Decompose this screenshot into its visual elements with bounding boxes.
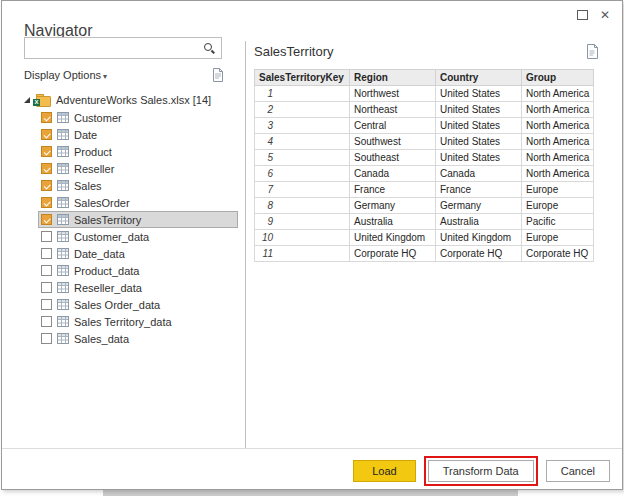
item-checkbox[interactable] xyxy=(41,163,52,174)
item-checkbox[interactable] xyxy=(41,265,52,276)
table-row: 5SoutheastUnited StatesNorth America xyxy=(255,150,594,166)
search-input[interactable] xyxy=(25,38,221,58)
item-checkbox[interactable] xyxy=(41,180,52,191)
item-checkbox[interactable] xyxy=(41,248,52,259)
item-checkbox[interactable] xyxy=(41,282,52,293)
load-button[interactable]: Load xyxy=(353,460,415,482)
search-box xyxy=(24,37,222,59)
tree-item[interactable]: Reseller_data xyxy=(38,279,238,296)
table-icon xyxy=(57,163,69,174)
item-checkbox[interactable] xyxy=(41,112,52,123)
tree-item[interactable]: Reseller xyxy=(38,160,238,177)
options-row: Display Options▾ xyxy=(24,68,224,82)
display-options-label: Display Options xyxy=(24,69,101,81)
refresh-icon[interactable] xyxy=(212,68,224,82)
item-checkbox[interactable] xyxy=(41,316,52,327)
tree-item-label: Product xyxy=(74,146,112,158)
tree-item[interactable]: Sales_data xyxy=(38,330,238,347)
tree-item[interactable]: Customer xyxy=(38,109,238,126)
preview-panel: SalesTerritory SalesTerritoryKeyRegionCo… xyxy=(254,41,599,262)
display-options-dropdown[interactable]: Display Options▾ xyxy=(24,69,107,81)
peek-document-icon[interactable] xyxy=(586,44,599,59)
tree-root-item[interactable]: X AdventureWorks Sales.xlsx [14] xyxy=(2,91,244,109)
table-row: 4SouthwestUnited StatesNorth America xyxy=(255,134,594,150)
search-icon[interactable] xyxy=(203,42,216,55)
table-row: 9AustraliaAustraliaPacific xyxy=(255,214,594,230)
table-row: 7FranceFranceEurope xyxy=(255,182,594,198)
table-header-row: SalesTerritoryKeyRegionCountryGroup xyxy=(255,70,594,86)
table-cell: United States xyxy=(436,118,522,134)
close-icon[interactable]: ✕ xyxy=(600,9,610,21)
tree-item[interactable]: SalesTerritory xyxy=(38,211,238,228)
item-checkbox[interactable] xyxy=(41,299,52,310)
table-icon xyxy=(57,197,69,208)
table-cell: North America xyxy=(522,134,594,150)
item-checkbox[interactable] xyxy=(41,129,52,140)
tree-item[interactable]: Date xyxy=(38,126,238,143)
worksheet-icon xyxy=(57,282,69,293)
preview-table: SalesTerritoryKeyRegionCountryGroup1Nort… xyxy=(254,69,594,262)
table-cell: North America xyxy=(522,118,594,134)
footer-buttons: Load Transform Data Cancel xyxy=(353,456,610,486)
item-checkbox[interactable] xyxy=(41,231,52,242)
table-cell: 5 xyxy=(255,150,350,166)
table-cell: Germany xyxy=(436,198,522,214)
table-cell: Southwest xyxy=(350,134,436,150)
table-row: 10United KingdomUnited KingdomEurope xyxy=(255,230,594,246)
navigator-left-panel: Display Options▾ X AdventureWorks Sales.… xyxy=(2,37,244,449)
annotation-red-box: Transform Data xyxy=(424,456,538,486)
maximize-icon[interactable] xyxy=(577,10,588,20)
navigation-tree: X AdventureWorks Sales.xlsx [14] Custome… xyxy=(2,91,244,347)
item-checkbox[interactable] xyxy=(41,146,52,157)
tree-item[interactable]: Sales Order_data xyxy=(38,296,238,313)
column-header: Region xyxy=(350,70,436,86)
table-cell: 1 xyxy=(255,86,350,102)
workbook-label: AdventureWorks Sales.xlsx [14] xyxy=(56,94,211,106)
tree-item-label: Reseller xyxy=(74,163,114,175)
tree-item-label: Reseller_data xyxy=(74,282,142,294)
tree-item[interactable]: Date_data xyxy=(38,245,238,262)
table-cell: France xyxy=(436,182,522,198)
worksheet-icon xyxy=(57,316,69,327)
item-checkbox[interactable] xyxy=(41,214,52,225)
table-cell: Australia xyxy=(436,214,522,230)
item-checkbox[interactable] xyxy=(41,333,52,344)
cancel-button[interactable]: Cancel xyxy=(546,460,610,482)
table-cell: Corporate HQ xyxy=(350,246,436,262)
tree-item[interactable]: Customer_data xyxy=(38,228,238,245)
item-checkbox[interactable] xyxy=(41,197,52,208)
table-cell: United States xyxy=(436,150,522,166)
table-icon xyxy=(57,129,69,140)
table-cell: 9 xyxy=(255,214,350,230)
tree-item[interactable]: Product_data xyxy=(38,262,238,279)
table-cell: France xyxy=(350,182,436,198)
table-cell: North America xyxy=(522,102,594,118)
table-cell: 10 xyxy=(255,230,350,246)
tree-item-label: Customer_data xyxy=(74,231,149,243)
column-header: SalesTerritoryKey xyxy=(255,70,350,86)
table-cell: 11 xyxy=(255,246,350,262)
expand-arrow-icon[interactable] xyxy=(24,97,30,103)
table-cell: Central xyxy=(350,118,436,134)
table-cell: 7 xyxy=(255,182,350,198)
tree-item-label: Date xyxy=(74,129,97,141)
excel-workbook-icon: X xyxy=(35,95,51,106)
table-icon xyxy=(57,214,69,225)
transform-data-button[interactable]: Transform Data xyxy=(428,460,534,482)
tree-item[interactable]: SalesOrder xyxy=(38,194,238,211)
worksheet-icon xyxy=(57,248,69,259)
table-cell: Northeast xyxy=(350,102,436,118)
table-cell: United Kingdom xyxy=(436,230,522,246)
tree-item[interactable]: Product xyxy=(38,143,238,160)
table-cell: United States xyxy=(436,102,522,118)
table-cell: Corporate HQ xyxy=(436,246,522,262)
table-row: 8GermanyGermanyEurope xyxy=(255,198,594,214)
table-cell: North America xyxy=(522,150,594,166)
table-cell: Europe xyxy=(522,198,594,214)
preview-header: SalesTerritory xyxy=(254,41,599,61)
tree-item[interactable]: Sales xyxy=(38,177,238,194)
table-row: 3CentralUnited StatesNorth America xyxy=(255,118,594,134)
tree-item-label: Customer xyxy=(74,112,122,124)
tree-item[interactable]: Sales Territory_data xyxy=(38,313,238,330)
table-row: 1NorthwestUnited StatesNorth America xyxy=(255,86,594,102)
